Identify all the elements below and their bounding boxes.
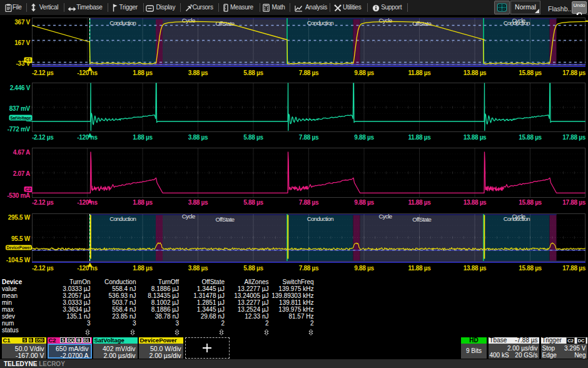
svg-text:-120 ns: -120 ns xyxy=(77,69,98,76)
svg-text:9.88 µs: 9.88 µs xyxy=(354,199,374,206)
svg-text:Cycle: Cycle xyxy=(182,213,195,220)
svg-text:C2: C2 xyxy=(26,187,31,192)
svg-text:17.88 µs: 17.88 µs xyxy=(562,134,585,141)
svg-text:4.67 A: 4.67 A xyxy=(13,149,30,156)
svg-text:837 mV: 837 mV xyxy=(9,105,31,112)
svg-text:11.88 µs: 11.88 µs xyxy=(408,69,431,76)
svg-text:-2.12 µs: -2.12 µs xyxy=(32,69,54,76)
svg-text:9.88 µs: 9.88 µs xyxy=(354,265,374,272)
svg-text:17.88 µs: 17.88 µs xyxy=(562,69,585,76)
svg-text:15.88 µs: 15.88 µs xyxy=(519,69,542,76)
svg-text:7.88 µs: 7.88 µs xyxy=(299,265,319,272)
svg-text:15.88 µs: 15.88 µs xyxy=(519,134,542,141)
svg-text:11.88 µs: 11.88 µs xyxy=(408,199,431,206)
svg-text:3.88 µs: 3.88 µs xyxy=(188,265,208,272)
svg-text:11.88 µs: 11.88 µs xyxy=(408,265,431,272)
svg-text:9.88 µs: 9.88 µs xyxy=(354,69,374,76)
svg-text:-772 mV: -772 mV xyxy=(8,126,31,133)
svg-text:15.88 µs: 15.88 µs xyxy=(519,265,542,272)
svg-text:-2.12 µs: -2.12 µs xyxy=(32,134,54,141)
svg-text:17.88 µs: 17.88 µs xyxy=(562,199,585,206)
svg-text:Conduction: Conduction xyxy=(307,19,333,26)
svg-text:17.88 µs: 17.88 µs xyxy=(562,265,585,272)
svg-text:5.88 µs: 5.88 µs xyxy=(243,265,263,272)
svg-text:1.88 µs: 1.88 µs xyxy=(133,134,153,141)
svg-text:Conduction: Conduction xyxy=(307,215,333,222)
svg-text:295.5 W: 295.5 W xyxy=(8,214,31,221)
svg-text:OffState: OffState xyxy=(216,216,235,223)
svg-text:1.88 µs: 1.88 µs xyxy=(133,265,153,272)
svg-text:OffState: OffState xyxy=(412,20,431,27)
svg-text:Cycle: Cycle xyxy=(182,17,195,24)
svg-text:OffState: OffState xyxy=(412,216,431,223)
svg-text:Cycle: Cycle xyxy=(379,213,392,220)
svg-text:-120 ns: -120 ns xyxy=(77,265,98,272)
svg-text:95.5 W: 95.5 W xyxy=(11,235,31,242)
svg-text:2.446 V: 2.446 V xyxy=(10,84,31,91)
svg-text:13.88 µs: 13.88 µs xyxy=(464,199,487,206)
svg-text:-120 ns: -120 ns xyxy=(77,199,98,206)
svg-text:2.07 A: 2.07 A xyxy=(13,170,30,177)
svg-text:367 V: 367 V xyxy=(14,19,30,26)
svg-text:1.88 µs: 1.88 µs xyxy=(133,69,153,76)
svg-text:OffState: OffState xyxy=(216,20,235,27)
svg-text:SatVoltage: SatVoltage xyxy=(10,116,31,121)
svg-text:-530 mA: -530 mA xyxy=(7,192,30,199)
svg-text:C1: C1 xyxy=(26,58,31,62)
svg-text:7.88 µs: 7.88 µs xyxy=(299,199,319,206)
svg-text:7.88 µs: 7.88 µs xyxy=(299,69,319,76)
svg-text:Conduction: Conduction xyxy=(109,19,136,26)
svg-text:1.88 µs: 1.88 µs xyxy=(133,199,153,206)
svg-text:-104.5 W: -104.5 W xyxy=(6,257,31,263)
svg-text:5.88 µs: 5.88 µs xyxy=(243,69,263,76)
svg-text:15.88 µs: 15.88 µs xyxy=(519,199,542,206)
svg-text:Cycle: Cycle xyxy=(512,17,525,24)
svg-text:13.88 µs: 13.88 µs xyxy=(464,134,487,141)
svg-text:11.88 µs: 11.88 µs xyxy=(408,134,431,141)
svg-text:Cycle: Cycle xyxy=(512,213,525,220)
svg-text:13.88 µs: 13.88 µs xyxy=(464,265,487,272)
svg-text:5.88 µs: 5.88 µs xyxy=(243,199,263,206)
svg-text:3.88 µs: 3.88 µs xyxy=(188,69,208,76)
svg-text:DevicePower: DevicePower xyxy=(6,245,31,250)
svg-text:-2.12 µs: -2.12 µs xyxy=(32,199,54,206)
svg-text:9.88 µs: 9.88 µs xyxy=(354,134,374,141)
svg-text:3.88 µs: 3.88 µs xyxy=(188,134,208,141)
svg-text:7.88 µs: 7.88 µs xyxy=(299,134,319,141)
svg-text:5.88 µs: 5.88 µs xyxy=(243,134,263,141)
svg-text:3.88 µs: 3.88 µs xyxy=(188,199,208,206)
svg-text:167 V: 167 V xyxy=(14,39,30,46)
svg-text:Conduction: Conduction xyxy=(109,215,136,222)
svg-text:13.88 µs: 13.88 µs xyxy=(464,69,487,76)
svg-text:Cycle: Cycle xyxy=(379,17,392,24)
svg-text:-2.12 µs: -2.12 µs xyxy=(32,265,54,272)
